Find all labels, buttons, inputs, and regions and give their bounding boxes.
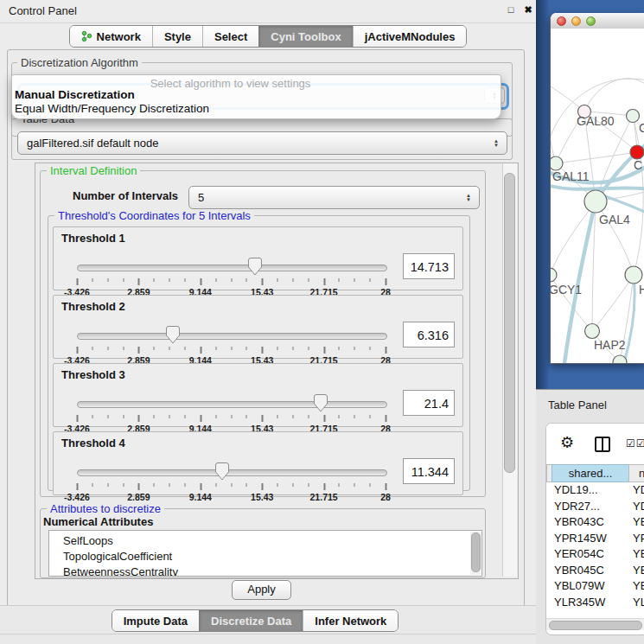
slider-track[interactable] — [77, 401, 387, 408]
table-hscrollbar-thumb[interactable] — [549, 621, 642, 630]
zoom-window-icon[interactable] — [586, 16, 596, 26]
bottom-tab-bar: Impute DataDiscretize DataInfer Network — [0, 609, 523, 632]
tab-label: jActiveMNodules — [365, 30, 456, 43]
threshold-slider[interactable]: -3.4262.8599.14415.4321.71528 — [77, 326, 386, 358]
table-row[interactable]: YBR045CYBR0 — [546, 563, 644, 579]
network-canvas[interactable]: GAL80GACGAL11GAL4GCY1HHAP2 — [551, 29, 644, 363]
thresholds-group-title: Threshold's Coordinates for 5 Intervals — [54, 209, 254, 222]
table-row[interactable]: YDR27...YDR2 — [546, 499, 644, 515]
threshold-value-field[interactable]: 11.344 — [403, 458, 455, 484]
attribute-item[interactable]: TopologicalCoefficient — [63, 549, 481, 564]
network-node-ga[interactable] — [627, 110, 640, 123]
cell-name: YDR2 — [633, 500, 644, 513]
cell-shared-name: YBR045C — [554, 564, 604, 577]
slider-track[interactable] — [77, 265, 387, 271]
tab-label: Network — [97, 30, 141, 43]
network-node-gal4[interactable] — [584, 190, 607, 213]
table-hscrollbar-track[interactable] — [546, 618, 644, 630]
spinner-arrows-icon: ▲▼ — [494, 139, 499, 148]
table-data-combobox[interactable]: galFiltered.sif default node ▲▼ — [17, 131, 507, 155]
table-rows: YDL19...YDL1YDR27...YDR2YBR043CYBR0YPR14… — [546, 482, 644, 609]
table-row[interactable]: YPR145WYPR1 — [546, 531, 644, 547]
network-view-window[interactable]: GAL80GACGAL11GAL4GCY1HHAP2 — [550, 13, 644, 364]
cell-shared-name: YLR345W — [554, 596, 605, 609]
threshold-panel: Threshold 2 -3.4262.8599.14415.4321.7152… — [53, 295, 463, 359]
network-node-gcy1[interactable] — [551, 268, 557, 282]
slider-thumb[interactable] — [314, 394, 328, 412]
float-window-icon[interactable]: □ — [505, 4, 517, 15]
threshold-panel: Threshold 4 -3.4262.8599.14415.4321.7152… — [53, 431, 463, 495]
network-node-c[interactable] — [630, 145, 644, 159]
threshold-panel: Threshold 3 -3.4262.8599.14415.4321.7152… — [53, 363, 463, 427]
node-label: GAL4 — [599, 213, 630, 226]
number-of-intervals-value: 5 — [189, 191, 466, 204]
threshold-value-field[interactable]: 14.713 — [403, 253, 455, 279]
network-node-labels: GAL80GACGAL11GAL4GCY1HHAP2 — [551, 114, 644, 352]
attribute-item[interactable]: SelfLoops — [63, 533, 481, 549]
cell-shared-name: YPR145W — [554, 532, 607, 545]
slider-track[interactable] — [77, 333, 387, 340]
cell-shared-name: YBR043C — [554, 515, 604, 528]
table-row[interactable]: YBR043CYBR0 — [546, 514, 644, 531]
popup-option-equal-width-frequency[interactable]: Equal Width/Frequency Discretization — [15, 102, 209, 115]
tab-network[interactable]: Network — [70, 26, 152, 47]
tab-infer-network[interactable]: Infer Network — [303, 610, 398, 631]
threshold-label: Threshold 3 — [61, 368, 125, 381]
table-row[interactable]: YER054CYER0 — [546, 546, 644, 563]
column-header-n[interactable]: n — [628, 464, 644, 482]
attribute-item[interactable]: BetweennessCentrality — [63, 564, 481, 577]
tab-discretize-data[interactable]: Discretize Data — [199, 610, 303, 631]
column-header-shared-[interactable]: shared... — [552, 464, 629, 482]
top-tab-bar: NetworkStyleSelectCyni ToolboxjActiveMNo… — [0, 25, 536, 48]
minimize-window-icon[interactable] — [571, 16, 581, 26]
node-label: HAP2 — [594, 338, 626, 352]
threshold-rows: Threshold 1 -3.4262.8599.14415.4321.7152… — [53, 226, 463, 495]
threshold-slider[interactable]: -3.4262.8599.14415.4321.71528 — [77, 462, 386, 494]
slider-track[interactable] — [77, 469, 387, 476]
threshold-value-field[interactable]: 6.316 — [403, 322, 455, 348]
control-panel-title: Control Panel — [9, 4, 77, 17]
slider-thumb[interactable] — [166, 326, 180, 344]
control-panel-titlebar — [0, 0, 536, 23]
cell-name: YBR0 — [633, 515, 644, 528]
tab-cyni-toolbox[interactable]: Cyni Toolbox — [258, 26, 352, 47]
table-data-combobox-value: galFiltered.sif default node — [18, 137, 494, 150]
tab-select[interactable]: Select — [202, 26, 258, 47]
slider-thumb[interactable] — [248, 258, 262, 276]
close-window-icon[interactable] — [557, 16, 566, 26]
select-checkboxes-icon[interactable]: ☑☑ — [626, 437, 644, 450]
table-row[interactable]: YLR345WYLR3 — [546, 595, 644, 610]
tab-jactivemnodules[interactable]: jActiveMNodules — [353, 26, 467, 47]
threshold-slider[interactable]: -3.4262.8599.14415.4321.71528 — [77, 258, 386, 290]
tab-style[interactable]: Style — [152, 26, 202, 47]
table-row[interactable]: YBL079WYBL0 — [546, 578, 644, 595]
table-row[interactable]: YDL19...YDL1 — [546, 482, 644, 499]
vertical-scrollbar-thumb[interactable] — [504, 173, 515, 473]
cell-name: YBR0 — [633, 564, 644, 577]
network-window-titlebar[interactable] — [551, 13, 644, 29]
close-panel-icon[interactable]: ✖ — [522, 4, 534, 16]
list-scrollbar-thumb[interactable] — [471, 532, 481, 572]
apply-button[interactable]: Apply — [232, 580, 291, 600]
tick-label: 28 — [380, 492, 391, 502]
tab-impute-data[interactable]: Impute Data — [112, 610, 199, 631]
numerical-attributes-list[interactable]: SelfLoopsTopologicalCoefficientBetweenne… — [48, 530, 482, 577]
network-node-h[interactable] — [625, 266, 642, 284]
number-of-intervals-combobox[interactable]: 5 ▲▼ — [188, 186, 480, 209]
slider-tick-labels: -3.4262.8599.14415.4321.71528 — [77, 416, 386, 426]
slider-tick-labels: -3.4262.8599.14415.4321.71528 — [77, 484, 386, 494]
cell-shared-name: YBL079W — [554, 579, 605, 592]
spinner-arrows-icon: ▲▼ — [466, 194, 471, 202]
tick-label: 2.859 — [127, 492, 150, 502]
column-split-icon[interactable] — [595, 437, 610, 452]
cell-shared-name: YER054C — [554, 547, 604, 560]
threshold-slider[interactable]: -3.4262.8599.14415.4321.71528 — [77, 394, 386, 426]
network-node-gal11[interactable] — [551, 156, 563, 170]
network-node-hap2[interactable] — [585, 324, 600, 339]
gear-icon[interactable]: ⚙ — [560, 433, 574, 452]
popup-option-manual-discretization[interactable]: Manual Discretization — [15, 88, 135, 101]
node-label: GCY1 — [551, 283, 582, 296]
slider-thumb[interactable] — [215, 462, 229, 481]
cell-name: YER0 — [633, 547, 644, 560]
threshold-value-field[interactable]: 21.4 — [403, 390, 455, 416]
